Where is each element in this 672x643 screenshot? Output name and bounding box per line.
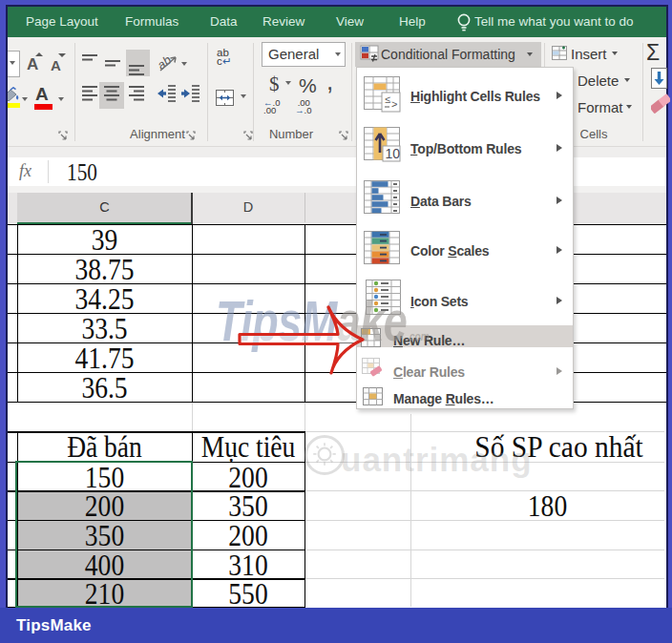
- svg-text:10: 10: [386, 146, 401, 161]
- svg-text:ab: ab: [155, 52, 175, 73]
- svg-text:>: >: [391, 98, 397, 110]
- svg-text:≤: ≤: [385, 93, 390, 105]
